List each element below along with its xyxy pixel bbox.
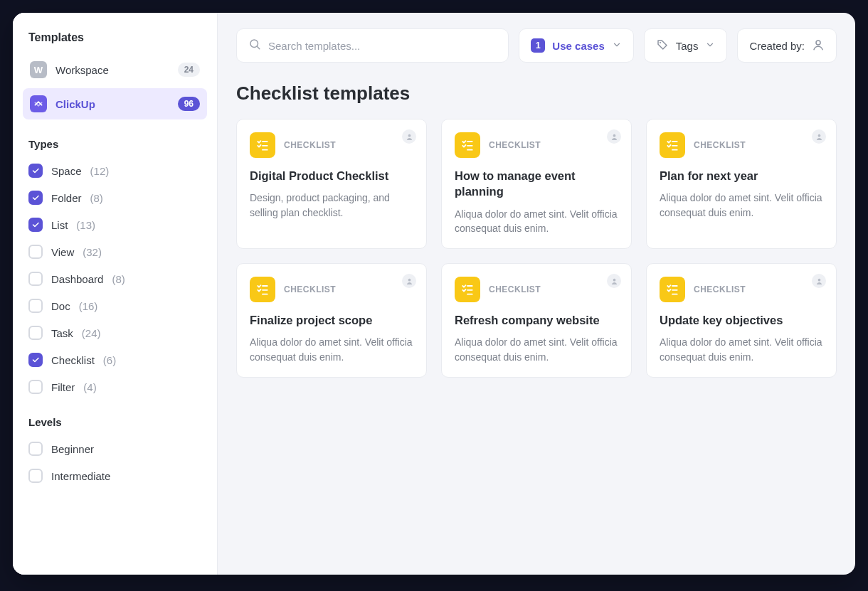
type-filter-filter[interactable]: Filter(4) <box>23 373 207 400</box>
svg-point-8 <box>817 278 820 281</box>
svg-point-1 <box>660 41 661 43</box>
card-title: How to manage event planning <box>455 168 618 200</box>
svg-point-4 <box>613 134 615 137</box>
filter-createdby[interactable]: Created by: <box>737 28 837 63</box>
checklist-icon <box>250 132 275 158</box>
checkbox[interactable] <box>28 245 43 259</box>
svg-point-6 <box>408 278 411 281</box>
checkbox-label: Filter <box>51 381 75 393</box>
checkbox-label: List <box>51 219 68 231</box>
template-card[interactable]: CHECKLISTHow to manage event planningAli… <box>441 119 632 249</box>
checklist-icon <box>455 132 480 158</box>
type-filter-space[interactable]: Space(12) <box>23 157 207 184</box>
author-avatar <box>402 274 416 288</box>
person-icon <box>812 38 825 53</box>
count-label: (24) <box>82 327 101 339</box>
type-filter-doc[interactable]: Doc(16) <box>23 292 207 319</box>
search-icon <box>248 38 261 53</box>
sidebar-title: Templates <box>23 27 207 54</box>
card-description: Aliqua dolor do amet sint. Velit officia… <box>250 335 413 364</box>
tag-icon <box>656 38 669 53</box>
checkbox-label: Beginner <box>51 443 94 455</box>
sidebar: Templates W Workspace 24 ClickUp 96 Type… <box>13 13 218 575</box>
checkbox[interactable] <box>28 469 43 483</box>
checklist-icon <box>660 132 685 158</box>
level-filter-beginner[interactable]: Beginner <box>23 435 207 462</box>
card-type-tag: CHECKLIST <box>284 284 336 294</box>
checkbox-label: Space <box>51 165 82 177</box>
card-type-tag: CHECKLIST <box>694 284 746 294</box>
sidebar-source-label: Workspace <box>55 64 109 76</box>
filter-label: Created by: <box>749 40 805 52</box>
count-label: (12) <box>90 165 110 177</box>
workspace-icon: W <box>30 61 47 78</box>
template-card[interactable]: CHECKLISTPlan for next yearAliqua dolor … <box>646 119 837 249</box>
chevron-down-icon <box>705 40 715 52</box>
count-label: (8) <box>90 192 103 204</box>
count-label: (13) <box>76 219 95 231</box>
filter-usecases[interactable]: 1 Use cases <box>519 28 633 63</box>
type-filter-dashboard[interactable]: Dashboard(8) <box>23 265 207 292</box>
sidebar-source-clickup[interactable]: ClickUp 96 <box>23 88 207 119</box>
chevron-down-icon <box>612 40 622 52</box>
types-heading: Types <box>23 122 207 157</box>
count-label: (6) <box>103 354 116 366</box>
card-description: Aliqua dolor do amet sint. Velit officia… <box>455 207 618 236</box>
type-filter-checklist[interactable]: Checklist(6) <box>23 346 207 373</box>
checkbox[interactable] <box>28 442 43 456</box>
checkbox[interactable] <box>28 326 43 340</box>
svg-point-7 <box>613 278 615 281</box>
author-avatar <box>607 129 621 144</box>
checkbox[interactable] <box>28 380 43 394</box>
card-title: Finalize project scope <box>250 312 413 328</box>
type-filter-view[interactable]: View(32) <box>23 238 207 265</box>
sidebar-source-label: ClickUp <box>55 98 95 110</box>
type-filter-list[interactable]: List(13) <box>23 211 207 238</box>
template-card[interactable]: CHECKLISTRefresh company websiteAliqua d… <box>441 263 632 378</box>
checkbox-label: View <box>51 246 74 258</box>
app-window: Templates W Workspace 24 ClickUp 96 Type… <box>13 13 855 575</box>
template-card[interactable]: CHECKLISTDigital Product ChecklistDesign… <box>236 119 427 249</box>
checkbox-label: Dashboard <box>51 273 103 285</box>
filter-label: Use cases <box>552 40 604 52</box>
level-filter-intermediate[interactable]: Intermediate <box>23 462 207 489</box>
card-title: Update key objectives <box>660 312 823 328</box>
filter-tags[interactable]: Tags <box>644 28 728 63</box>
card-type-tag: CHECKLIST <box>284 140 336 150</box>
checkbox[interactable] <box>28 218 43 232</box>
card-description: Design, product packaging, and selling p… <box>250 191 413 220</box>
author-avatar <box>812 274 826 288</box>
search-box[interactable] <box>236 28 509 63</box>
search-input[interactable] <box>268 40 497 52</box>
card-description: Aliqua dolor do amet sint. Velit officia… <box>660 191 823 220</box>
checkbox[interactable] <box>28 191 43 205</box>
clickup-icon <box>30 95 47 112</box>
author-avatar <box>607 274 621 288</box>
levels-heading: Levels <box>23 400 207 435</box>
type-filter-folder[interactable]: Folder(8) <box>23 184 207 211</box>
card-description: Aliqua dolor do amet sint. Velit officia… <box>455 335 618 364</box>
checkbox[interactable] <box>28 272 43 286</box>
card-description: Aliqua dolor do amet sint. Velit officia… <box>660 335 823 364</box>
count-label: (4) <box>83 381 96 393</box>
checkbox-label: Folder <box>51 192 82 204</box>
svg-point-2 <box>816 41 820 45</box>
author-avatar <box>402 129 416 144</box>
count-badge: 24 <box>178 63 200 77</box>
template-card[interactable]: CHECKLISTUpdate key objectivesAliqua dol… <box>646 263 837 378</box>
sidebar-source-workspace[interactable]: W Workspace 24 <box>23 54 207 85</box>
svg-point-0 <box>250 40 258 48</box>
card-title: Plan for next year <box>660 168 823 183</box>
author-avatar <box>812 129 826 144</box>
topbar: 1 Use cases Tags Created by: <box>236 28 837 63</box>
checklist-icon <box>660 277 685 302</box>
checkbox[interactable] <box>28 353 43 367</box>
card-title: Digital Product Checklist <box>250 168 413 183</box>
type-filter-task[interactable]: Task(24) <box>23 319 207 346</box>
template-card[interactable]: CHECKLISTFinalize project scopeAliqua do… <box>236 263 427 378</box>
count-label: (32) <box>83 246 102 258</box>
checkbox[interactable] <box>28 164 43 178</box>
count-label: (16) <box>79 300 98 312</box>
svg-point-3 <box>408 134 411 137</box>
checkbox[interactable] <box>28 299 43 313</box>
